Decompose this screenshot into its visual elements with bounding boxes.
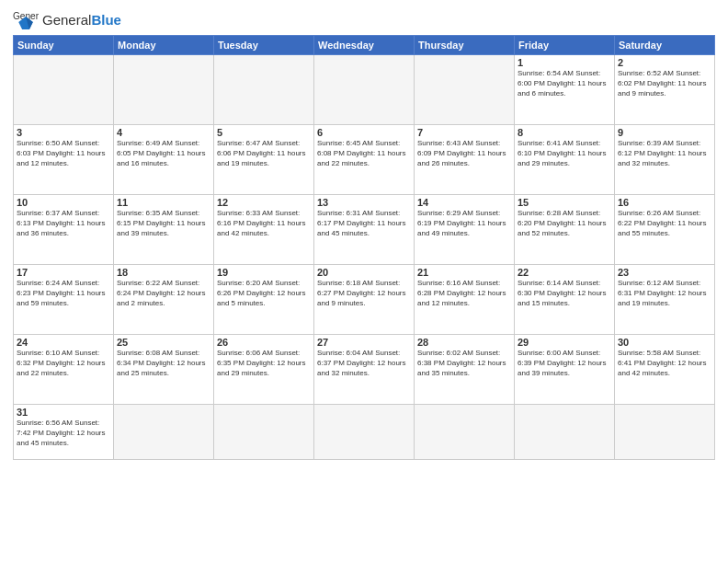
calendar-cell: 20Sunrise: 6:18 AM Sunset: 6:27 PM Dayli…: [314, 265, 415, 335]
day-number: 19: [217, 267, 311, 278]
calendar-cell: 9Sunrise: 6:39 AM Sunset: 6:12 PM Daylig…: [615, 125, 715, 195]
calendar-cell: 7Sunrise: 6:43 AM Sunset: 6:09 PM Daylig…: [415, 125, 515, 195]
weekday-header-wednesday: Wednesday: [314, 36, 415, 55]
day-info: Sunrise: 6:26 AM Sunset: 6:22 PM Dayligh…: [618, 209, 711, 238]
calendar-cell: 3Sunrise: 6:50 AM Sunset: 6:03 PM Daylig…: [14, 125, 114, 195]
day-number: 18: [117, 267, 210, 278]
calendar-cell: [214, 405, 314, 460]
day-number: 4: [117, 127, 210, 138]
calendar-cell: 4Sunrise: 6:49 AM Sunset: 6:05 PM Daylig…: [114, 125, 214, 195]
day-number: 11: [117, 197, 210, 208]
day-info: Sunrise: 6:39 AM Sunset: 6:12 PM Dayligh…: [618, 139, 711, 168]
day-info: Sunrise: 6:28 AM Sunset: 6:20 PM Dayligh…: [518, 209, 611, 238]
calendar-cell: 17Sunrise: 6:24 AM Sunset: 6:23 PM Dayli…: [14, 265, 114, 335]
calendar-cell: 21Sunrise: 6:16 AM Sunset: 6:28 PM Dayli…: [415, 265, 515, 335]
day-info: Sunrise: 6:31 AM Sunset: 6:17 PM Dayligh…: [317, 209, 411, 238]
day-number: 20: [317, 267, 411, 278]
calendar-cell: [214, 55, 314, 125]
day-number: 5: [217, 127, 311, 138]
calendar-cell: 27Sunrise: 6:04 AM Sunset: 6:37 PM Dayli…: [314, 335, 415, 405]
day-number: 25: [117, 337, 210, 348]
day-info: Sunrise: 6:29 AM Sunset: 6:19 PM Dayligh…: [417, 209, 511, 238]
calendar-week-row: 24Sunrise: 6:10 AM Sunset: 6:32 PM Dayli…: [14, 335, 715, 405]
day-number: 7: [417, 127, 511, 138]
day-info: Sunrise: 6:52 AM Sunset: 6:02 PM Dayligh…: [618, 69, 711, 98]
day-number: 23: [618, 267, 711, 278]
calendar-cell: 30Sunrise: 5:58 AM Sunset: 6:41 PM Dayli…: [615, 335, 715, 405]
day-info: Sunrise: 6:35 AM Sunset: 6:15 PM Dayligh…: [117, 209, 210, 238]
calendar-cell: 11Sunrise: 6:35 AM Sunset: 6:15 PM Dayli…: [114, 195, 214, 265]
calendar-cell: 26Sunrise: 6:06 AM Sunset: 6:35 PM Dayli…: [214, 335, 314, 405]
header: General General Blue: [13, 9, 715, 29]
calendar-week-row: 10Sunrise: 6:37 AM Sunset: 6:13 PM Dayli…: [14, 195, 715, 265]
calendar-cell: [415, 405, 515, 460]
day-number: 29: [518, 337, 611, 348]
calendar-cell: 28Sunrise: 6:02 AM Sunset: 6:38 PM Dayli…: [415, 335, 515, 405]
logo-general: General: [42, 12, 91, 28]
weekday-header-saturday: Saturday: [615, 36, 715, 55]
calendar-cell: [314, 55, 415, 125]
calendar-cell: 22Sunrise: 6:14 AM Sunset: 6:30 PM Dayli…: [515, 265, 615, 335]
day-number: 15: [518, 197, 611, 208]
calendar-cell: [515, 405, 615, 460]
logo-area: General General Blue: [13, 9, 121, 29]
calendar-table: SundayMondayTuesdayWednesdayThursdayFrid…: [13, 35, 715, 460]
calendar-cell: 16Sunrise: 6:26 AM Sunset: 6:22 PM Dayli…: [615, 195, 715, 265]
day-number: 30: [618, 337, 711, 348]
day-info: Sunrise: 6:49 AM Sunset: 6:05 PM Dayligh…: [117, 139, 210, 168]
day-number: 26: [217, 337, 311, 348]
day-number: 8: [518, 127, 611, 138]
calendar-cell: [615, 405, 715, 460]
day-number: 17: [17, 267, 110, 278]
day-info: Sunrise: 6:02 AM Sunset: 6:38 PM Dayligh…: [417, 349, 511, 378]
day-info: Sunrise: 6:47 AM Sunset: 6:06 PM Dayligh…: [217, 139, 311, 168]
day-number: 14: [417, 197, 511, 208]
day-info: Sunrise: 6:24 AM Sunset: 6:23 PM Dayligh…: [17, 279, 110, 308]
day-number: 6: [317, 127, 411, 138]
logo-blue: Blue: [91, 12, 121, 28]
day-info: Sunrise: 6:37 AM Sunset: 6:13 PM Dayligh…: [17, 209, 110, 238]
day-info: Sunrise: 6:22 AM Sunset: 6:24 PM Dayligh…: [117, 279, 210, 308]
weekday-header-monday: Monday: [114, 36, 214, 55]
calendar-cell: 14Sunrise: 6:29 AM Sunset: 6:19 PM Dayli…: [415, 195, 515, 265]
day-number: 10: [17, 197, 110, 208]
day-number: 12: [217, 197, 311, 208]
day-info: Sunrise: 6:20 AM Sunset: 6:26 PM Dayligh…: [217, 279, 311, 308]
day-info: Sunrise: 6:56 AM Sunset: 7:42 PM Dayligh…: [17, 419, 110, 448]
day-number: 28: [417, 337, 511, 348]
calendar-cell: 8Sunrise: 6:41 AM Sunset: 6:10 PM Daylig…: [515, 125, 615, 195]
weekday-header-row: SundayMondayTuesdayWednesdayThursdayFrid…: [14, 36, 715, 55]
calendar-cell: 6Sunrise: 6:45 AM Sunset: 6:08 PM Daylig…: [314, 125, 415, 195]
calendar-cell: 13Sunrise: 6:31 AM Sunset: 6:17 PM Dayli…: [314, 195, 415, 265]
day-info: Sunrise: 6:54 AM Sunset: 6:00 PM Dayligh…: [518, 69, 611, 98]
day-number: 9: [618, 127, 711, 138]
day-number: 1: [518, 57, 611, 68]
day-info: Sunrise: 6:12 AM Sunset: 6:31 PM Dayligh…: [618, 279, 711, 308]
calendar-cell: [114, 55, 214, 125]
day-info: Sunrise: 6:10 AM Sunset: 6:32 PM Dayligh…: [17, 349, 110, 378]
weekday-header-thursday: Thursday: [415, 36, 515, 55]
calendar-cell: [114, 405, 214, 460]
day-info: Sunrise: 6:50 AM Sunset: 6:03 PM Dayligh…: [17, 139, 110, 168]
day-info: Sunrise: 6:33 AM Sunset: 6:16 PM Dayligh…: [217, 209, 311, 238]
day-info: Sunrise: 6:16 AM Sunset: 6:28 PM Dayligh…: [417, 279, 511, 308]
generalblue-logo-icon: General: [13, 9, 39, 29]
day-info: Sunrise: 6:14 AM Sunset: 6:30 PM Dayligh…: [518, 279, 611, 308]
weekday-header-sunday: Sunday: [14, 36, 114, 55]
calendar-cell: 19Sunrise: 6:20 AM Sunset: 6:26 PM Dayli…: [214, 265, 314, 335]
day-number: 16: [618, 197, 711, 208]
calendar-cell: [14, 55, 114, 125]
day-number: 22: [518, 267, 611, 278]
day-number: 24: [17, 337, 110, 348]
day-info: Sunrise: 6:45 AM Sunset: 6:08 PM Dayligh…: [317, 139, 411, 168]
day-info: Sunrise: 6:04 AM Sunset: 6:37 PM Dayligh…: [317, 349, 411, 378]
day-info: Sunrise: 6:41 AM Sunset: 6:10 PM Dayligh…: [518, 139, 611, 168]
calendar-cell: 12Sunrise: 6:33 AM Sunset: 6:16 PM Dayli…: [214, 195, 314, 265]
calendar-cell: 1Sunrise: 6:54 AM Sunset: 6:00 PM Daylig…: [515, 55, 615, 125]
calendar-cell: 25Sunrise: 6:08 AM Sunset: 6:34 PM Dayli…: [114, 335, 214, 405]
calendar-week-row: 31Sunrise: 6:56 AM Sunset: 7:42 PM Dayli…: [14, 405, 715, 460]
day-info: Sunrise: 6:43 AM Sunset: 6:09 PM Dayligh…: [417, 139, 511, 168]
day-number: 31: [17, 407, 110, 418]
day-number: 13: [317, 197, 411, 208]
calendar-week-row: 17Sunrise: 6:24 AM Sunset: 6:23 PM Dayli…: [14, 265, 715, 335]
